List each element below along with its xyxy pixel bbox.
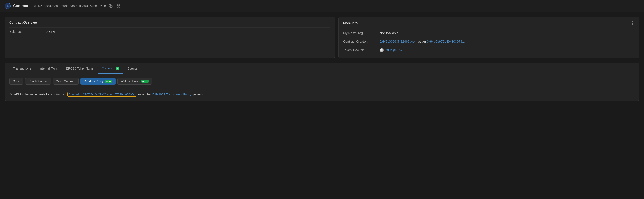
subtab-code-button[interactable]: Code (9, 78, 23, 85)
contract-creator-value: 0xbf5c006935f124b5dce... at txn 0x94b0b9… (380, 40, 465, 43)
svg-rect-2 (110, 6, 112, 8)
more-info-panel: More Info ⋮ My Name Tag: Not Available C… (338, 17, 640, 58)
name-tag-value: Not Available (380, 31, 398, 35)
svg-rect-6 (119, 6, 120, 7)
copy-icon (109, 4, 112, 8)
tab-events[interactable]: Events (124, 63, 141, 74)
abi-text-middle: using the (138, 93, 151, 96)
subtab-read-contract-button[interactable]: Read Contract (25, 78, 51, 85)
abi-text-after: pattern. (193, 93, 204, 96)
subtab-read-as-proxy-button[interactable]: Read as Proxy NEW (80, 78, 116, 85)
tab-internal-txns[interactable]: Internal Txns (36, 63, 62, 74)
main-tabs-bar: Transactions Internal Txns ERC20 Token T… (5, 63, 639, 74)
abi-implementation-address[interactable]: 0xadbab4c2967f3cc0c29a26a4ecb576994f6389… (68, 92, 136, 97)
more-info-menu-button[interactable]: ⋮ (630, 21, 635, 26)
contract-creator-row: Contract Creator: 0xbf5c006935f124b5dce.… (343, 37, 635, 46)
main-content: Contract Overview Balance: 0 ETH More In… (0, 12, 644, 105)
tabs-content: ≋ ABI for the implementation contract at… (5, 88, 639, 101)
etherscan-logo: E (4, 3, 11, 9)
contract-overview-panel: Contract Overview Balance: 0 ETH (4, 17, 335, 58)
svg-rect-5 (117, 6, 118, 7)
contract-verified-badge (116, 67, 119, 70)
layers-icon: ≋ (9, 92, 12, 97)
tabs-panel: Transactions Internal Txns ERC20 Token T… (4, 63, 640, 101)
tab-contract[interactable]: Contract (98, 63, 123, 74)
grid-view-button[interactable] (116, 3, 121, 9)
creator-address-link[interactable]: 0xbf5c006935f124b5dce... (380, 40, 417, 43)
subtabs-bar: Code Read Contract Write Contract Read a… (5, 74, 639, 88)
svg-text:E: E (7, 4, 9, 8)
overview-row: Contract Overview Balance: 0 ETH More In… (4, 17, 640, 58)
token-tracker-row: Token Tracker: GLD (GLD) (343, 46, 635, 55)
svg-rect-4 (119, 5, 120, 6)
token-icon (380, 48, 384, 52)
abi-text-before: ABI for the implementation contract at (14, 93, 66, 96)
creator-txn-link[interactable]: 0x94b0b972b494303976... (427, 40, 465, 43)
token-tracker-link[interactable]: GLD (GLD) (386, 48, 402, 52)
eip-1967-link[interactable]: EIP-1967 Transparent Proxy (152, 93, 191, 96)
name-tag-label: My Name Tag: (343, 31, 380, 35)
token-tracker-value: GLD (GLD) (380, 48, 402, 52)
write-as-proxy-new-badge: NEW (141, 80, 149, 83)
page-title-prefix: Contract (13, 4, 28, 8)
contract-address: 0xf1D2788800b3019868afe35991D360d6Ab8106… (32, 4, 106, 8)
grid-icon (117, 4, 120, 8)
abi-notice: ≋ ABI for the implementation contract at… (9, 92, 635, 97)
tab-erc20-token-txns[interactable]: ERC20 Token Txns (62, 63, 97, 74)
balance-value: 0 ETH (46, 30, 55, 34)
name-tag-row: My Name Tag: Not Available (343, 29, 635, 37)
contract-creator-label: Contract Creator: (343, 40, 380, 43)
copy-address-button[interactable] (108, 3, 114, 9)
balance-label: Balance: (9, 30, 46, 34)
tab-transactions[interactable]: Transactions (9, 63, 35, 74)
header: E Contract 0xf1D2788800b3019868afe35991D… (0, 0, 644, 12)
subtab-write-contract-button[interactable]: Write Contract (53, 78, 78, 85)
token-tracker-label: Token Tracker: (343, 48, 380, 52)
svg-rect-3 (117, 5, 118, 6)
subtab-write-as-proxy-button[interactable]: Write as Proxy NEW (117, 78, 152, 85)
more-info-title: More Info ⋮ (343, 21, 635, 26)
creator-at-text: at txn (418, 40, 427, 43)
balance-row: Balance: 0 ETH (9, 27, 330, 36)
read-as-proxy-new-badge: NEW (104, 80, 112, 83)
contract-overview-title: Contract Overview (9, 21, 330, 24)
